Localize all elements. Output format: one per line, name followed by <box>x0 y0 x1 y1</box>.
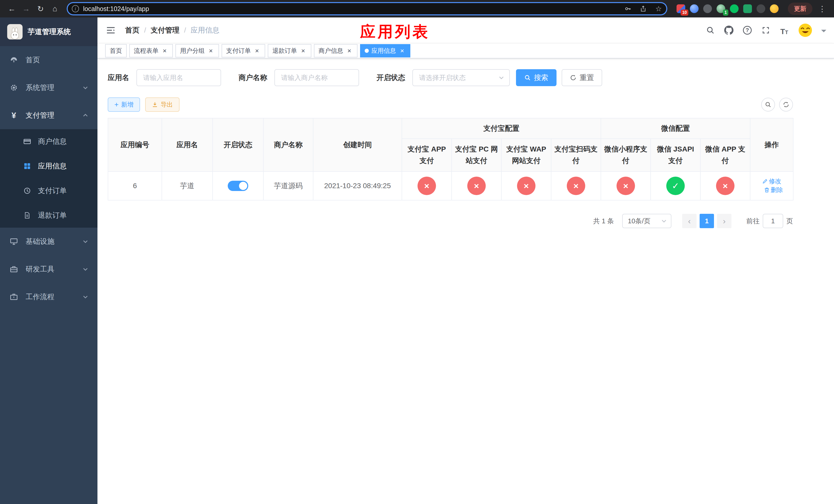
tab-close-icon[interactable]: × <box>254 47 261 54</box>
share-icon[interactable] <box>638 3 649 14</box>
address-bar[interactable]: i localhost:1024/pay/app ☆ <box>67 2 667 15</box>
reset-button[interactable]: 重置 <box>562 69 602 86</box>
url-text: localhost:1024/pay/app <box>83 5 618 13</box>
tab-label: 支付订单 <box>226 47 251 55</box>
prev-page-button[interactable]: ‹ <box>682 214 697 228</box>
sidebar-item-dev-tools[interactable]: 研发工具 <box>0 255 97 283</box>
tabs-bar: 首页 流程表单 × 用户分组 × 支付订单 × 退款订单 × <box>97 43 834 59</box>
column-header-wechat-jsapi: 微信 JSAPI 支付 <box>651 139 700 171</box>
browser-reload-icon[interactable]: ↻ <box>34 2 47 15</box>
briefcase-icon <box>9 293 19 301</box>
add-button[interactable]: + 新增 <box>108 97 140 112</box>
sidebar-item-workflow[interactable]: 工作流程 <box>0 283 97 311</box>
page-1-button[interactable]: 1 <box>700 214 714 228</box>
grid-icon <box>23 162 32 170</box>
tab-app-info[interactable]: 应用信息 × <box>360 44 410 58</box>
document-icon <box>23 211 32 219</box>
browser-update-button[interactable]: 更新 <box>788 3 812 15</box>
tab-close-icon[interactable]: × <box>300 47 307 54</box>
column-header-alipay-wap: 支付宝 WAP 网站支付 <box>501 139 551 171</box>
site-info-icon[interactable]: i <box>72 5 79 12</box>
font-size-icon[interactable]: TT <box>779 25 789 36</box>
page-title: 应用列表 <box>360 22 430 42</box>
extensions-puzzle-icon[interactable] <box>756 4 765 13</box>
next-page-button[interactable]: › <box>717 214 731 228</box>
password-key-icon[interactable] <box>622 3 633 14</box>
cell-actions: 修改 删除 <box>750 171 793 200</box>
search-icon[interactable] <box>705 25 716 36</box>
extension-icon[interactable] <box>690 4 699 13</box>
export-button[interactable]: 导出 <box>145 97 179 112</box>
tab-pay-order[interactable]: 支付订单 × <box>222 44 265 58</box>
user-avatar[interactable] <box>797 23 813 38</box>
column-header-alipay-qr: 支付宝扫码支付 <box>551 139 601 171</box>
tab-refund-order[interactable]: 退款订单 × <box>268 44 311 58</box>
search-button[interactable]: 搜索 <box>516 69 556 86</box>
tab-close-icon[interactable]: × <box>398 47 406 54</box>
column-header-wechat-mini: 微信小程序支付 <box>601 139 651 171</box>
tab-process-form[interactable]: 流程表单 × <box>129 44 173 58</box>
delete-link-label: 删除 <box>771 186 783 194</box>
goto-page-input[interactable] <box>763 214 783 228</box>
emoji-extension-icon[interactable] <box>770 4 778 13</box>
user-menu-caret-icon[interactable] <box>821 30 826 35</box>
breadcrumb-home[interactable]: 首页 <box>125 25 139 35</box>
delete-link[interactable]: 删除 <box>764 186 783 194</box>
app-window: 芋道管理系统 首页 系统管理 <box>0 18 834 504</box>
search-button-label: 搜索 <box>534 73 548 83</box>
browser-menu-icon[interactable]: ⋮ <box>815 2 829 15</box>
breadcrumb-payment[interactable]: 支付管理 <box>151 25 179 35</box>
app-name-input[interactable] <box>136 69 221 86</box>
extension-icon[interactable]: 10 <box>677 4 685 13</box>
tab-home[interactable]: 首页 <box>105 44 127 58</box>
browser-back-icon[interactable]: ← <box>5 2 19 15</box>
github-icon[interactable] <box>724 25 734 36</box>
extension-icon[interactable]: 1 <box>717 4 725 13</box>
tab-merchant-info[interactable]: 商户信息 × <box>314 44 357 58</box>
column-header-app-id: 应用编号 <box>108 118 162 171</box>
sidebar-item-pay-order[interactable]: 支付订单 <box>0 178 97 203</box>
page-size-select[interactable]: 10条/页 <box>622 214 672 228</box>
monitor-icon <box>9 237 19 246</box>
sidebar-item-app-info[interactable]: 应用信息 <box>0 154 97 178</box>
extension-icon[interactable] <box>743 4 752 13</box>
tab-close-icon[interactable]: × <box>346 47 353 54</box>
sidebar-item-home[interactable]: 首页 <box>0 46 97 74</box>
sidebar-item-label: 支付订单 <box>38 186 67 196</box>
cell-alipay-pc: × <box>452 171 501 200</box>
edit-link[interactable]: 修改 <box>762 177 781 185</box>
bookmark-star-icon[interactable]: ☆ <box>653 3 664 14</box>
cell-alipay-app: × <box>402 171 452 200</box>
fullscreen-icon[interactable] <box>761 25 771 36</box>
merchant-name-input[interactable] <box>275 69 359 86</box>
goto-suffix-label: 页 <box>786 216 793 226</box>
sidebar-item-infrastructure[interactable]: 基础设施 <box>0 228 97 255</box>
filter-merchant-label: 商户名称 <box>239 73 267 83</box>
breadcrumb-separator: / <box>184 26 186 35</box>
help-icon[interactable]: ? <box>742 25 752 36</box>
table-row: 6 芋道 芋道源码 2021-10-23 08:49:25 × × × × × <box>108 171 793 200</box>
tab-close-icon[interactable]: × <box>207 47 214 54</box>
cell-app-name: 芋道 <box>162 171 213 200</box>
sidebar-toggle-icon[interactable] <box>105 25 116 36</box>
toggle-search-button[interactable] <box>761 98 775 112</box>
wechat-extension-icon[interactable] <box>730 4 739 13</box>
status-toggle[interactable] <box>228 181 248 191</box>
extension-badge: 1 <box>723 9 728 16</box>
tab-user-group[interactable]: 用户分组 × <box>175 44 219 58</box>
cell-alipay-qr: × <box>551 171 601 200</box>
sidebar-item-refund-order[interactable]: 退款订单 <box>0 203 97 228</box>
sidebar-item-system[interactable]: 系统管理 <box>0 74 97 101</box>
status-select[interactable]: 请选择开启状态 <box>412 69 510 86</box>
app-table: 应用编号 应用名 开启状态 商户名称 创建时间 支付宝配置 微信配置 操作 支付… <box>108 118 793 201</box>
refresh-table-button[interactable] <box>779 98 793 112</box>
browser-forward-icon[interactable]: → <box>20 2 33 15</box>
app-logo[interactable]: 芋道管理系统 <box>0 18 97 46</box>
extension-icon[interactable] <box>703 4 712 13</box>
sidebar-item-merchant-info[interactable]: 商户信息 <box>0 129 97 154</box>
browser-home-icon[interactable]: ⌂ <box>48 2 62 15</box>
column-header-app-name: 应用名 <box>162 118 213 171</box>
tab-close-icon[interactable]: × <box>161 47 168 54</box>
sidebar-item-payment[interactable]: ¥ 支付管理 <box>0 101 97 129</box>
column-header-status: 开启状态 <box>213 118 263 171</box>
